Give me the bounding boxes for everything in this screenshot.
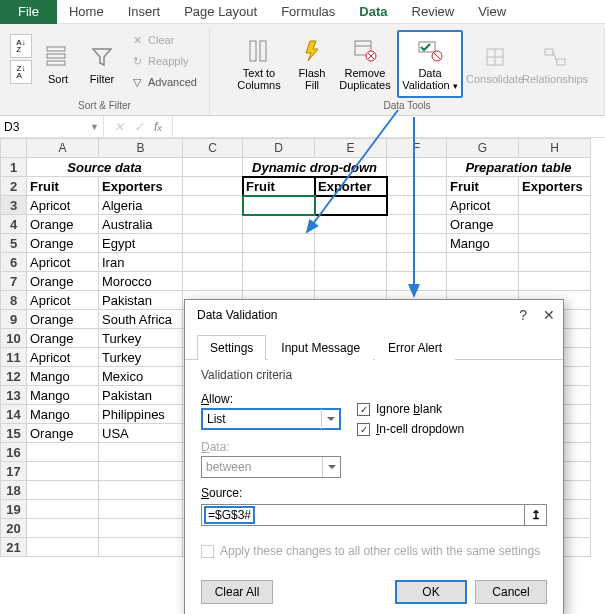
cell[interactable]: Morocco — [99, 272, 183, 291]
cell[interactable] — [99, 538, 183, 557]
cell[interactable]: Dynamic drop-down — [243, 158, 387, 177]
tab-formulas[interactable]: Formulas — [269, 0, 347, 24]
tab-home[interactable]: Home — [57, 0, 116, 24]
column-header[interactable]: H — [519, 139, 591, 158]
cell[interactable] — [99, 481, 183, 500]
formula-bar[interactable] — [173, 116, 605, 137]
cell[interactable]: Orange — [27, 272, 99, 291]
consolidate-button[interactable]: Consolidate — [467, 30, 523, 98]
cell[interactable] — [387, 272, 447, 291]
cell[interactable] — [27, 462, 99, 481]
in-cell-dropdown-checkbox[interactable]: ✓In-cell dropdown — [357, 422, 464, 436]
cell[interactable] — [315, 272, 387, 291]
cell[interactable]: Australia — [99, 215, 183, 234]
row-header[interactable]: 11 — [1, 348, 27, 367]
cell[interactable]: Apricot — [27, 253, 99, 272]
cell[interactable] — [243, 215, 315, 234]
cancel-formula-icon[interactable]: ✕ — [114, 120, 124, 134]
data-validation-button[interactable]: Data Validation ▾ — [397, 30, 463, 98]
row-header[interactable]: 21 — [1, 538, 27, 557]
cell[interactable] — [315, 234, 387, 253]
cell[interactable] — [183, 215, 243, 234]
ignore-blank-checkbox[interactable]: ✓Ignore blank — [357, 402, 464, 416]
cell[interactable] — [387, 196, 447, 215]
chevron-down-icon[interactable] — [321, 409, 339, 429]
cell[interactable]: Turkey — [99, 348, 183, 367]
cell[interactable] — [99, 519, 183, 538]
remove-duplicates-button[interactable]: Remove Duplicates — [337, 30, 393, 98]
cell[interactable]: Mango — [447, 234, 519, 253]
cell[interactable] — [315, 196, 387, 215]
cell[interactable]: Apricot — [27, 348, 99, 367]
cell[interactable] — [387, 234, 447, 253]
cell[interactable]: Pakistan — [99, 291, 183, 310]
cell[interactable] — [99, 500, 183, 519]
row-header[interactable]: 16 — [1, 443, 27, 462]
fx-icon[interactable]: fx — [154, 120, 162, 134]
row-header[interactable]: 6 — [1, 253, 27, 272]
cancel-button[interactable]: Cancel — [475, 580, 547, 604]
cell[interactable]: Orange — [27, 424, 99, 443]
row-header[interactable]: 14 — [1, 405, 27, 424]
column-header[interactable]: E — [315, 139, 387, 158]
cell[interactable]: Orange — [27, 310, 99, 329]
help-button[interactable]: ? — [519, 307, 527, 323]
clear-all-button[interactable]: Clear All — [201, 580, 273, 604]
cell[interactable] — [183, 196, 243, 215]
cell[interactable] — [27, 500, 99, 519]
cell[interactable]: Exporter — [315, 177, 387, 196]
range-selector-button[interactable]: ↥ — [525, 504, 547, 526]
row-header[interactable]: 3 — [1, 196, 27, 215]
cell[interactable]: Philippines — [99, 405, 183, 424]
cell[interactable] — [519, 196, 591, 215]
row-header[interactable]: 10 — [1, 329, 27, 348]
tab-data[interactable]: Data — [347, 0, 399, 24]
column-header[interactable]: A — [27, 139, 99, 158]
cell[interactable] — [183, 177, 243, 196]
cell[interactable] — [243, 234, 315, 253]
tab-error-alert[interactable]: Error Alert — [375, 335, 455, 360]
name-box[interactable]: D3▼ — [0, 116, 104, 137]
cell[interactable]: Fruit — [27, 177, 99, 196]
cell[interactable] — [387, 158, 447, 177]
cell[interactable] — [387, 177, 447, 196]
tab-input-message[interactable]: Input Message — [268, 335, 373, 360]
cell[interactable] — [447, 272, 519, 291]
relationships-button[interactable]: Relationships — [527, 30, 583, 98]
row-header[interactable]: 17 — [1, 462, 27, 481]
cell[interactable] — [387, 215, 447, 234]
cell[interactable]: South Africa — [99, 310, 183, 329]
column-header[interactable]: D — [243, 139, 315, 158]
row-header[interactable]: 1 — [1, 158, 27, 177]
cell[interactable] — [519, 253, 591, 272]
cell[interactable] — [315, 215, 387, 234]
row-header[interactable]: 18 — [1, 481, 27, 500]
row-header[interactable]: 8 — [1, 291, 27, 310]
cell[interactable]: Exporters — [519, 177, 591, 196]
row-header[interactable]: 2 — [1, 177, 27, 196]
column-header[interactable]: F — [387, 139, 447, 158]
tab-settings[interactable]: Settings — [197, 335, 266, 360]
filter-button[interactable]: Filter — [82, 30, 122, 98]
row-header[interactable]: 19 — [1, 500, 27, 519]
sort-button[interactable]: Sort — [38, 30, 78, 98]
row-header[interactable]: 12 — [1, 367, 27, 386]
chevron-down-icon[interactable]: ▼ — [90, 122, 99, 132]
cell[interactable] — [243, 196, 315, 215]
column-header[interactable]: C — [183, 139, 243, 158]
cell[interactable]: Exporters — [99, 177, 183, 196]
cell[interactable] — [183, 272, 243, 291]
tab-review[interactable]: Review — [400, 0, 467, 24]
cell[interactable]: Fruit — [447, 177, 519, 196]
cell[interactable] — [99, 462, 183, 481]
cell[interactable]: Mango — [27, 405, 99, 424]
cell[interactable]: Mexico — [99, 367, 183, 386]
ok-button[interactable]: OK — [395, 580, 467, 604]
advanced-filter-button[interactable]: ▽Advanced — [126, 72, 201, 92]
cell[interactable]: Algeria — [99, 196, 183, 215]
column-header[interactable]: B — [99, 139, 183, 158]
cell[interactable] — [243, 272, 315, 291]
row-header[interactable]: 7 — [1, 272, 27, 291]
clear-filter-button[interactable]: ✕Clear — [126, 30, 201, 50]
cell[interactable]: USA — [99, 424, 183, 443]
